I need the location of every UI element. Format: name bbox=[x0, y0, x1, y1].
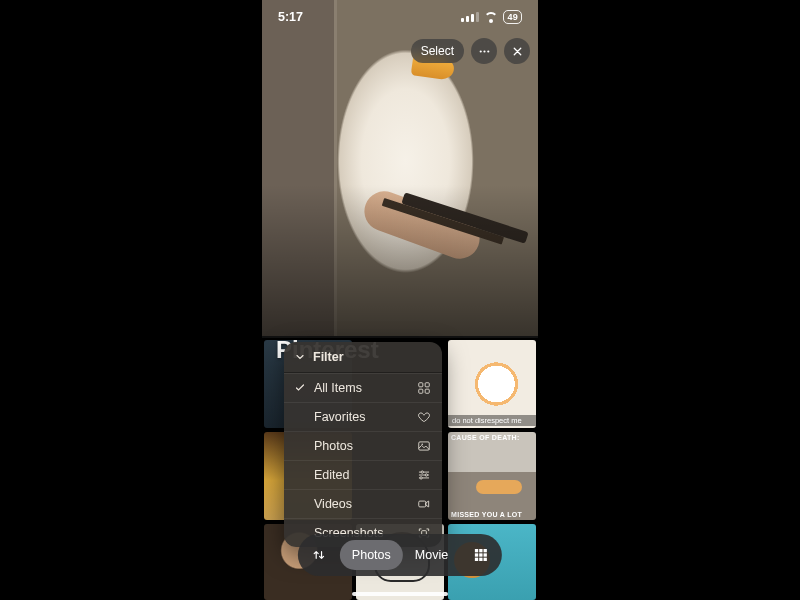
home-indicator[interactable] bbox=[352, 592, 448, 596]
svg-rect-21 bbox=[479, 558, 482, 561]
thumbnail-caption: CAUSE OF DEATH: bbox=[451, 434, 520, 441]
svg-rect-4 bbox=[425, 383, 429, 387]
battery-indicator: 49 bbox=[503, 10, 522, 24]
svg-point-11 bbox=[420, 477, 422, 479]
wifi-icon bbox=[484, 12, 498, 22]
svg-rect-7 bbox=[419, 442, 430, 450]
svg-rect-3 bbox=[419, 383, 423, 387]
status-time: 5:17 bbox=[278, 10, 303, 24]
grid-3x3-icon bbox=[473, 547, 489, 563]
svg-rect-22 bbox=[484, 558, 487, 561]
svg-point-9 bbox=[421, 471, 423, 473]
grid-icon bbox=[416, 381, 432, 395]
svg-rect-20 bbox=[475, 558, 478, 561]
video-icon bbox=[416, 497, 432, 511]
filter-item-photos[interactable]: Photos bbox=[284, 431, 442, 460]
more-button[interactable] bbox=[471, 38, 497, 64]
svg-rect-17 bbox=[475, 553, 478, 556]
chevron-down-icon bbox=[294, 351, 306, 363]
sort-button[interactable] bbox=[302, 538, 336, 572]
filter-item-label: Favorites bbox=[314, 410, 408, 424]
svg-rect-19 bbox=[484, 553, 487, 556]
thumbnail-caption: do not disrespect me bbox=[448, 415, 536, 426]
heart-icon bbox=[416, 410, 432, 424]
filter-item-label: Edited bbox=[314, 468, 408, 482]
sliders-icon bbox=[416, 468, 432, 482]
filter-item-label: Photos bbox=[314, 439, 408, 453]
svg-rect-18 bbox=[479, 553, 482, 556]
svg-point-8 bbox=[421, 443, 423, 445]
filter-title: Filter bbox=[313, 350, 344, 364]
thumbnail[interactable]: CAUSE OF DEATH: MISSED YOU A LOT bbox=[448, 432, 536, 520]
svg-rect-12 bbox=[419, 501, 426, 507]
bottom-toolbar: Photos Movie bbox=[298, 534, 502, 576]
svg-rect-15 bbox=[479, 549, 482, 552]
svg-rect-5 bbox=[419, 389, 423, 393]
svg-rect-16 bbox=[484, 549, 487, 552]
thumbnail-caption: MISSED YOU A LOT bbox=[451, 511, 522, 518]
svg-rect-14 bbox=[475, 549, 478, 552]
filter-popover: Filter All Items Favorites bbox=[284, 342, 442, 547]
filter-item-label: Videos bbox=[314, 497, 408, 511]
close-button[interactable] bbox=[504, 38, 530, 64]
grid-density-button[interactable] bbox=[464, 538, 498, 572]
segment-photos[interactable]: Photos bbox=[340, 540, 403, 570]
header-controls: Select bbox=[411, 38, 530, 64]
thumbnail[interactable]: do not disrespect me bbox=[448, 340, 536, 428]
battery-level: 49 bbox=[503, 10, 522, 24]
filter-item-favorites[interactable]: Favorites bbox=[284, 402, 442, 431]
svg-point-1 bbox=[483, 50, 485, 52]
hero-art-gun bbox=[401, 192, 528, 244]
svg-point-10 bbox=[425, 474, 427, 476]
filter-item-edited[interactable]: Edited bbox=[284, 460, 442, 489]
cellular-icon bbox=[461, 12, 479, 22]
filter-item-all[interactable]: All Items bbox=[284, 373, 442, 402]
view-mode-segment: Photos Movie bbox=[340, 540, 460, 570]
sort-arrows-icon bbox=[311, 547, 327, 563]
select-button[interactable]: Select bbox=[411, 39, 464, 63]
filter-item-videos[interactable]: Videos bbox=[284, 489, 442, 518]
svg-point-0 bbox=[479, 50, 481, 52]
filter-item-label: All Items bbox=[314, 381, 408, 395]
hero-art-arm bbox=[359, 186, 485, 265]
close-icon bbox=[511, 45, 524, 58]
phone-screen: 5:17 49 Select Pinterest do not di bbox=[262, 0, 538, 600]
svg-rect-6 bbox=[425, 389, 429, 393]
status-bar: 5:17 49 bbox=[262, 4, 538, 30]
ellipsis-icon bbox=[478, 45, 491, 58]
photo-icon bbox=[416, 439, 432, 453]
check-icon bbox=[294, 381, 306, 395]
filter-popover-header[interactable]: Filter bbox=[284, 342, 442, 373]
segment-movie[interactable]: Movie bbox=[403, 540, 460, 570]
svg-point-2 bbox=[487, 50, 489, 52]
